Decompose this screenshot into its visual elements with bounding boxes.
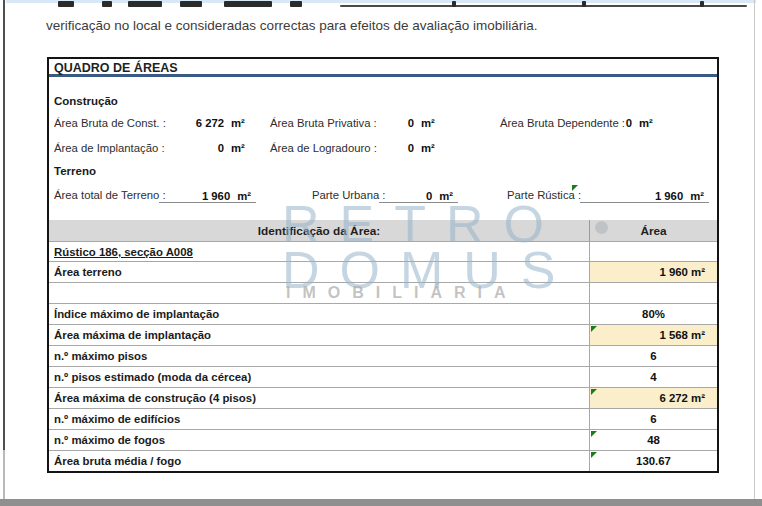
row-label: n.º máximo de edifícios	[49, 409, 589, 429]
field-parte-rustica: 1 960 m²	[580, 186, 709, 203]
value-parte-urbana: 0	[426, 190, 432, 202]
label-area-bruta-privativa: Área Bruta Privativa :	[270, 117, 377, 129]
section-terreno: Terreno	[54, 165, 96, 177]
row-value: 6 272 m²	[589, 388, 717, 408]
selection-highlight-strip	[6, 0, 756, 3]
row-value: 6	[589, 409, 717, 429]
row-label: Área terreno	[49, 262, 589, 282]
value-area-implantacao: 0	[169, 142, 224, 154]
unit-area-implantacao: m²	[231, 142, 245, 154]
row-label: n.º máximo de fogos	[49, 430, 589, 450]
table-row: n.º máximo de edifícios 6	[49, 408, 717, 429]
row-value	[589, 242, 717, 261]
table-row: n.º máximo pisos 6	[49, 345, 717, 366]
label-area-implantacao: Área de Implantação :	[54, 142, 165, 154]
intro-text: verificação no local e consideradas corr…	[46, 18, 726, 33]
label-parte-rustica: Parte Rústica :	[507, 189, 581, 201]
header-identificacao: Identificação da Área:	[49, 220, 589, 241]
unit-area-bruta-dependente: m²	[639, 117, 653, 129]
table-row: Área terreno 1 960 m²	[49, 261, 717, 282]
window-bottom-edge	[0, 499, 762, 506]
row-label: Área máxima de construção (4 pisos)	[49, 388, 589, 408]
row-value: 48	[589, 430, 717, 450]
value-area-total-terreno: 1 960	[202, 190, 230, 202]
field-parte-urbana: 0 m²	[379, 186, 458, 203]
row-value: 1 960 m²	[589, 262, 717, 282]
row-label: Área bruta média / fogo	[49, 451, 589, 471]
row-label	[49, 283, 589, 303]
row-label: Rústico 186, secção A008	[49, 242, 589, 261]
value-area-bruta-dependente: 0	[607, 117, 632, 129]
page-right-border	[754, 0, 755, 499]
table-row: Índice máximo de implantação 80%	[49, 303, 717, 324]
row-value: 1 568 m²	[589, 325, 717, 345]
row-label: Índice máximo de implantação	[49, 304, 589, 324]
row-label: n.º pisos estimado (moda da cércea)	[49, 367, 589, 387]
label-area-bruta-const: Área Bruta de Const. :	[54, 117, 166, 129]
row-value: 80%	[589, 304, 717, 324]
page-left-border-lower	[3, 450, 5, 499]
areas-table-header: Identificação da Área: Área	[49, 220, 717, 241]
unit-area-logradouro: m²	[421, 142, 435, 154]
row-value: 6	[589, 346, 717, 366]
value-area-bruta-const: 6 272	[169, 117, 224, 129]
table-row	[49, 282, 717, 303]
formula-marker-icon	[572, 185, 578, 191]
value-parte-rustica: 1 960	[655, 190, 683, 202]
label-area-total-terreno: Área total de Terreno :	[54, 189, 166, 201]
row-value: 130.67	[589, 451, 717, 471]
quadro-de-areas-box: QUADRO DE ÁREAS Construção Área Bruta de…	[47, 57, 719, 473]
document-page: verificação no local e consideradas corr…	[0, 0, 762, 506]
value-area-logradouro: 0	[389, 142, 414, 154]
label-parte-urbana: Parte Urbana :	[312, 189, 385, 201]
unit-area-total-terreno: m²	[237, 190, 251, 202]
row-label: n.º máximo pisos	[49, 346, 589, 366]
table-row: n.º pisos estimado (moda da cércea) 4	[49, 366, 717, 387]
label-area-logradouro: Área de Logradouro :	[270, 142, 377, 154]
row-value: 4	[589, 367, 717, 387]
unit-area-bruta-const: m²	[231, 117, 245, 129]
section-construcao: Construção	[54, 95, 118, 107]
quadro-title: QUADRO DE ÁREAS	[49, 59, 717, 77]
table-row: Rústico 186, secção A008	[49, 241, 717, 261]
unit-parte-rustica: m²	[690, 190, 704, 202]
value-area-bruta-privativa: 0	[389, 117, 414, 129]
row-value	[589, 283, 717, 303]
header-area: Área	[589, 220, 717, 241]
unit-parte-urbana: m²	[439, 190, 453, 202]
row-label: Área máxima de implantação	[49, 325, 589, 345]
field-area-total-terreno: 1 960 m²	[159, 186, 256, 203]
unit-area-bruta-privativa: m²	[421, 117, 435, 129]
table-row: n.º máximo de fogos 48	[49, 429, 717, 450]
page-left-border	[3, 0, 5, 450]
table-row: Área máxima de implantação 1 568 m²	[49, 324, 717, 345]
table-row: Área bruta média / fogo 130.67	[49, 450, 717, 471]
table-row: Área máxima de construção (4 pisos) 6 27…	[49, 387, 717, 408]
areas-table: Identificação da Área: Área Rústico 186,…	[49, 220, 717, 471]
